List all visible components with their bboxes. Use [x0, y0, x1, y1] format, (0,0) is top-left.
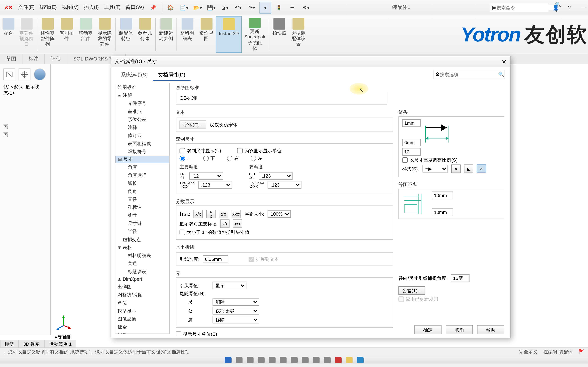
dual-mark-1[interactable]: x⁄x	[220, 219, 230, 228]
settings-icon[interactable]: ⚙▾	[300, 1, 312, 13]
tree-item[interactable]: 模型显示	[115, 307, 169, 315]
tab-motion-study[interactable]: 运动算例 1	[44, 340, 76, 348]
ribbon-new-motion[interactable]: 新建运 动算例	[157, 16, 176, 53]
taskbar-app-1[interactable]	[247, 357, 253, 363]
arrow-attach-1[interactable]: ✕	[451, 165, 461, 173]
cancel-button[interactable]: 取消	[446, 325, 473, 334]
tree-item[interactable]: 材料明细表	[115, 251, 169, 259]
offset-dist-2[interactable]	[432, 209, 453, 216]
options-search[interactable]: ⚙ 🔍	[433, 70, 505, 79]
user-icon[interactable]: 👤	[550, 1, 562, 13]
ribbon-snapshot[interactable]: 拍快照	[270, 16, 289, 53]
dual-mark-2[interactable]: x/x	[233, 219, 242, 228]
offset-dist-1[interactable]	[432, 192, 453, 199]
chk-leading-zero-lt1[interactable]: 为小于 1" 的数值包括引头零值	[180, 229, 389, 235]
tree-item[interactable]: 角度运行	[115, 171, 169, 179]
tree-item[interactable]: ⊟ 尺寸	[115, 156, 169, 163]
tree-item[interactable]: ⊞ DimXpert	[115, 275, 169, 283]
open-icon[interactable]: 📂▾	[192, 1, 204, 13]
sphere-icon[interactable]	[34, 68, 46, 80]
leading-zero-select[interactable]: 显示	[213, 282, 246, 289]
tree-item[interactable]: 倒角	[115, 187, 169, 195]
tree-item[interactable]: 表面粗糙度	[115, 140, 169, 148]
tree-item[interactable]: 半径	[115, 227, 169, 235]
tree-item[interactable]: 弧长	[115, 179, 169, 187]
dual-precision-1[interactable]: .123	[259, 172, 293, 180]
tab-system-options[interactable]: 系统选项(S)	[115, 70, 153, 81]
ribbon-mate[interactable]: 配合	[0, 16, 17, 53]
taskbar-edge-icon[interactable]	[357, 357, 363, 363]
ribbon-reference-geometry[interactable]: 参考几 何体	[135, 16, 155, 53]
leader-length-input[interactable]	[203, 255, 228, 263]
ribbon-exploded-view[interactable]: 爆炸视 图	[197, 16, 216, 53]
stack-size-select[interactable]: 100%	[268, 210, 291, 218]
tree-item[interactable]: 普通	[115, 260, 169, 267]
arrow-attach-2[interactable]: ◣	[464, 165, 473, 173]
crosshair-icon[interactable]	[18, 68, 30, 80]
fraction-style-4[interactable]: x-xx	[232, 210, 241, 218]
taskbar-app-3[interactable]	[269, 357, 276, 363]
tab-3d-view[interactable]: 3D 视图	[18, 340, 44, 348]
trailing-tol-select[interactable]: 仅移除零	[213, 307, 259, 315]
tree-face-2[interactable]: 面	[2, 131, 49, 139]
taskbar-solidworks-icon[interactable]	[335, 357, 341, 363]
options-icon[interactable]: ☰	[286, 1, 298, 13]
ribbon-move-component[interactable]: 移动零 部件	[76, 16, 95, 53]
home-icon[interactable]: 🏠	[165, 1, 177, 13]
category-tree[interactable]: 绘图标准⊟ 注解零件序号基准点形位公差注释修订云表面粗糙度焊接符号⊟ 尺寸角度角…	[115, 83, 170, 334]
ribbon-smart-fastener[interactable]: 智能扣 件	[57, 16, 76, 53]
tree-item[interactable]: 角度	[115, 163, 169, 171]
taskbar-app-4[interactable]	[279, 357, 286, 363]
taskbar-explorer-icon[interactable]	[346, 357, 352, 363]
taskbar-app-7[interactable]	[312, 357, 319, 363]
ribbon-instant3d[interactable]: Instant3D	[216, 16, 242, 53]
trailing-attr-select[interactable]: 移除	[213, 316, 259, 324]
pin-icon[interactable]: 📌	[147, 1, 159, 13]
tree-item[interactable]: 绘图标准	[115, 83, 169, 91]
primary-precision-1[interactable]: .12	[189, 172, 223, 180]
arrow-size-1[interactable]	[402, 119, 421, 127]
help-button[interactable]: 帮助	[477, 325, 504, 334]
print-icon[interactable]: 🖨▾	[219, 1, 231, 13]
menu-view[interactable]: 视图(V)	[59, 2, 81, 13]
ribbon-large-assembly[interactable]: 大型装 配体设 置	[289, 16, 308, 53]
tree-item[interactable]: 尺寸链	[115, 219, 169, 227]
tree-item[interactable]: 孔标注	[115, 203, 169, 211]
status-flag-icon[interactable]: 🚩	[579, 349, 585, 355]
tab-annotate[interactable]: 标注	[22, 54, 45, 64]
ribbon-linear-pattern[interactable]: 线性零 部件阵 列	[38, 16, 57, 53]
tree-item[interactable]: ⊞ 表格	[115, 243, 169, 251]
radio-left[interactable]: 左	[251, 155, 262, 161]
ribbon-update-speedpak[interactable]: 更新 Speedpak 子装配 体	[242, 16, 268, 53]
tab-sketch[interactable]: 草图	[0, 54, 22, 64]
tree-item[interactable]: 修订云	[115, 132, 169, 140]
menu-window[interactable]: 窗口(W)	[123, 2, 147, 13]
taskbar-app-2[interactable]	[258, 357, 264, 363]
menu-edit[interactable]: 编辑(E)	[37, 2, 59, 13]
tree-item[interactable]: 注释	[115, 123, 169, 131]
arrow-style-select[interactable]: ━▶	[422, 165, 448, 172]
chk-dual-units[interactable]: 为双显示显示单位	[237, 148, 282, 154]
tab-document-properties[interactable]: 文档属性(D)	[153, 70, 190, 81]
arrow-size-2[interactable]	[402, 139, 421, 146]
tree-item[interactable]: 虚拟交点	[115, 235, 169, 243]
tree-item[interactable]: 单位	[115, 299, 169, 307]
radio-top[interactable]: 上	[180, 155, 191, 161]
tree-face-1[interactable]: 面	[2, 123, 49, 131]
menu-insert[interactable]: 插入(I)	[81, 2, 101, 13]
tree-item[interactable]: 线性	[115, 211, 169, 219]
tree-item[interactable]: 直径	[115, 195, 169, 203]
tree-item[interactable]: 出详图	[115, 283, 169, 291]
trailing-dim-select[interactable]: 消除	[213, 298, 259, 306]
tree-item[interactable]: 形位公差	[115, 115, 169, 123]
radial-angle-input[interactable]	[451, 274, 469, 282]
help-icon[interactable]: ?	[563, 1, 575, 13]
taskbar-app-6[interactable]	[302, 357, 309, 363]
fraction-style-3[interactable]: x⁄x	[219, 210, 228, 218]
taskbar-search-icon[interactable]	[236, 357, 242, 363]
ok-button[interactable]: 确定	[415, 325, 441, 334]
arrow-size-3[interactable]	[402, 148, 421, 156]
arrow-attach-3[interactable]: ✕	[476, 165, 486, 173]
close-icon[interactable]: ✕	[502, 58, 507, 65]
fraction-style-1[interactable]: x/x	[193, 210, 203, 218]
